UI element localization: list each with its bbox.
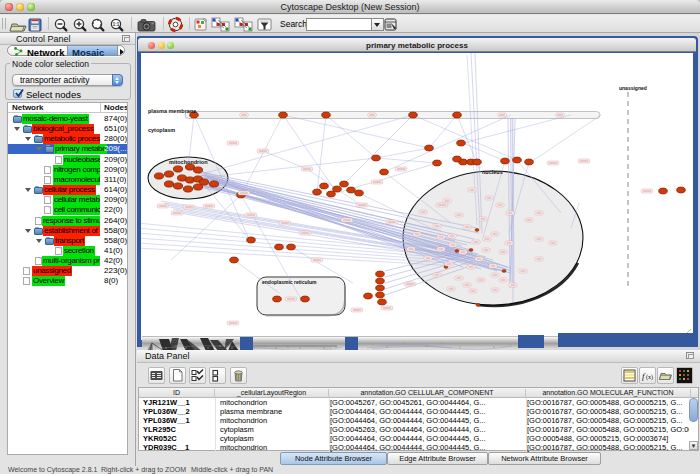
svg-text:nucleus: nucleus [482, 169, 503, 175]
svg-text:(x): (x) [646, 374, 653, 381]
svg-text:cytoplasm: cytoplasm [148, 127, 175, 133]
svg-text:endoplasmic reticulum: endoplasmic reticulum [262, 279, 317, 285]
svg-text:plasma membrane: plasma membrane [148, 108, 196, 114]
svg-text:mitochondrion: mitochondrion [169, 159, 208, 165]
svg-text:1:1: 1:1 [113, 22, 120, 27]
svg-text:unassigned: unassigned [619, 85, 647, 91]
